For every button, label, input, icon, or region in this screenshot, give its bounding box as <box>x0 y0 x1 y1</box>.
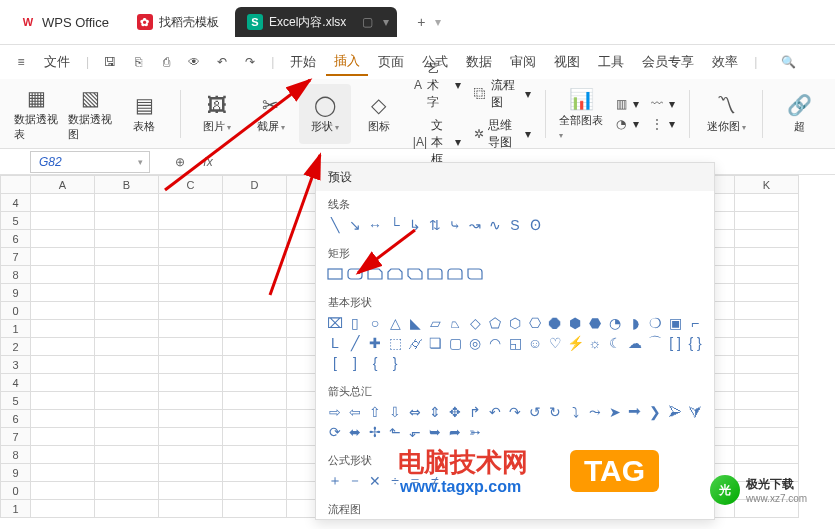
right-callout-shape[interactable]: ⮚ <box>666 403 684 421</box>
row-header[interactable]: 1 <box>1 500 31 518</box>
curved-arrow-1-shape[interactable]: ➥ <box>426 423 444 441</box>
tab-tools[interactable]: 工具 <box>590 49 632 75</box>
rtriangle-shape[interactable]: ◣ <box>406 314 424 332</box>
tab-review[interactable]: 审阅 <box>502 49 544 75</box>
curved-right-shape[interactable]: ↷ <box>506 403 524 421</box>
col-header[interactable]: A <box>31 176 95 194</box>
pentagon-shape[interactable]: ⬠ <box>486 314 504 332</box>
plaque-shape[interactable]: ⬚ <box>386 334 404 352</box>
row-header[interactable]: 7 <box>1 428 31 446</box>
equal-shape[interactable]: ＝ <box>406 472 424 490</box>
bent-up-arrow-shape[interactable]: ⬐ <box>406 423 424 441</box>
curve-shape[interactable]: ⤷ <box>446 216 464 234</box>
row-header[interactable]: 0 <box>1 482 31 500</box>
round-diag-rect-shape[interactable] <box>466 265 484 283</box>
teardrop-shape[interactable]: ❍ <box>646 314 664 332</box>
print-icon[interactable]: ⎙ <box>153 49 179 75</box>
row-header[interactable]: 5 <box>1 212 31 230</box>
cross-shape[interactable]: ✚ <box>366 334 384 352</box>
bent-arrow-shape[interactable]: ↱ <box>466 403 484 421</box>
new-tab-button[interactable]: + <box>409 10 433 34</box>
quad-callout-shape[interactable]: ✢ <box>366 423 384 441</box>
picture-button[interactable]: 🖼 图片 <box>191 84 243 144</box>
octagon-shape[interactable]: ⯃ <box>546 314 564 332</box>
tab-page[interactable]: 页面 <box>370 49 412 75</box>
round2-rect-shape[interactable] <box>446 265 464 283</box>
curved-arrow-2-shape[interactable]: ➦ <box>446 423 464 441</box>
vtext-shape[interactable]: ▯ <box>346 314 364 332</box>
freeform-shape[interactable]: S <box>506 216 524 234</box>
bevel-shape[interactable]: ▢ <box>446 334 464 352</box>
row-header[interactable]: 3 <box>1 356 31 374</box>
row-header[interactable]: 8 <box>1 266 31 284</box>
notched-arrow-shape[interactable]: ➤ <box>606 403 624 421</box>
tab-start[interactable]: 开始 <box>282 49 324 75</box>
folded-corner-shape[interactable]: ◱ <box>506 334 524 352</box>
swoosh-arrow-shape[interactable]: ➳ <box>466 423 484 441</box>
half-frame-shape[interactable]: ⌐ <box>686 314 704 332</box>
snip-diag-rect-shape[interactable] <box>406 265 424 283</box>
snip2-rect-shape[interactable] <box>386 265 404 283</box>
chord-shape[interactable]: ◗ <box>626 314 644 332</box>
divide-shape[interactable]: ÷ <box>386 472 404 490</box>
elbow-arrow-shape[interactable]: ↳ <box>406 216 424 234</box>
row-header[interactable]: 9 <box>1 464 31 482</box>
round1-rect-shape[interactable] <box>426 265 444 283</box>
striped-arrow-shape[interactable]: ⤳ <box>586 403 604 421</box>
col-header[interactable]: B <box>95 176 159 194</box>
textbox-shape[interactable]: ⌧ <box>326 314 344 332</box>
circular-arrow-shape[interactable]: ⟳ <box>326 423 344 441</box>
chart-option-3[interactable]: 〰▾ <box>645 95 679 113</box>
frame-shape[interactable]: ▣ <box>666 314 684 332</box>
lbracket-shape[interactable]: [ <box>326 354 344 372</box>
name-box[interactable]: G82 <box>30 151 150 173</box>
line-shape[interactable]: ╲ <box>326 216 344 234</box>
rounded-rect-shape[interactable] <box>346 265 364 283</box>
snip-rect-shape[interactable] <box>366 265 384 283</box>
save-icon[interactable]: 🖫 <box>97 49 123 75</box>
curved-down-shape[interactable]: ⤵ <box>566 403 584 421</box>
curve-arrow-shape[interactable]: ↝ <box>466 216 484 234</box>
search-icon[interactable]: 🔍 <box>775 49 801 75</box>
document-tab[interactable]: S Excel内容.xlsx ▢ ▾ <box>235 7 397 37</box>
pie-shape[interactable]: ◔ <box>606 314 624 332</box>
row-header[interactable]: 6 <box>1 230 31 248</box>
down-callout-shape[interactable]: ⮛ <box>686 403 704 421</box>
heptagon-shape[interactable]: ⎔ <box>526 314 544 332</box>
can-shape[interactable]: ⌭ <box>406 334 424 352</box>
curved-left-shape[interactable]: ↺ <box>526 403 544 421</box>
oval-shape[interactable]: ○ <box>366 314 384 332</box>
tab-member[interactable]: 会员专享 <box>634 49 702 75</box>
ud-arrow-shape[interactable]: ⇕ <box>426 403 444 421</box>
scribble-shape[interactable]: ʘ <box>526 216 544 234</box>
left-right-callout-shape[interactable]: ⬌ <box>346 423 364 441</box>
table-button[interactable]: ▤ 表格 <box>118 84 170 144</box>
mindmap-button[interactable]: ✲思维导图 ▾ <box>469 115 535 153</box>
right-arrow-shape[interactable]: ⇨ <box>326 403 344 421</box>
row-header[interactable]: 5 <box>1 392 31 410</box>
arc-shape[interactable]: ⌒ <box>646 334 664 352</box>
lightning-shape[interactable]: ⚡ <box>566 334 584 352</box>
more-button[interactable]: 🔗 超 <box>773 84 825 144</box>
heart-shape[interactable]: ♡ <box>546 334 564 352</box>
block-arc-shape[interactable]: ◠ <box>486 334 504 352</box>
template-tab[interactable]: ✿ 找稻壳模板 <box>125 7 231 37</box>
monitor-icon[interactable]: ▢ <box>362 15 373 29</box>
zoom-icon[interactable]: ⊕ <box>170 155 190 169</box>
quad-arrow-shape[interactable]: ✥ <box>446 403 464 421</box>
elbow-double-shape[interactable]: ⇅ <box>426 216 444 234</box>
dodecagon-shape[interactable]: ⬣ <box>586 314 604 332</box>
alt-save-icon[interactable]: ⎘ <box>125 49 151 75</box>
row-header[interactable]: 2 <box>1 338 31 356</box>
lshape-shape[interactable]: L <box>326 334 344 352</box>
triangle-shape[interactable]: △ <box>386 314 404 332</box>
brace-shape[interactable]: { } <box>686 334 704 352</box>
row-header[interactable]: 1 <box>1 320 31 338</box>
file-menu[interactable]: 文件 <box>36 49 78 75</box>
sun-shape[interactable]: ☼ <box>586 334 604 352</box>
moon-shape[interactable]: ☾ <box>606 334 624 352</box>
tab-dropdown-icon[interactable]: ▾ <box>383 15 389 29</box>
plus-shape[interactable]: ＋ <box>326 472 344 490</box>
undo-icon[interactable]: ↶ <box>209 49 235 75</box>
double-arrow-shape[interactable]: ↔ <box>366 216 384 234</box>
